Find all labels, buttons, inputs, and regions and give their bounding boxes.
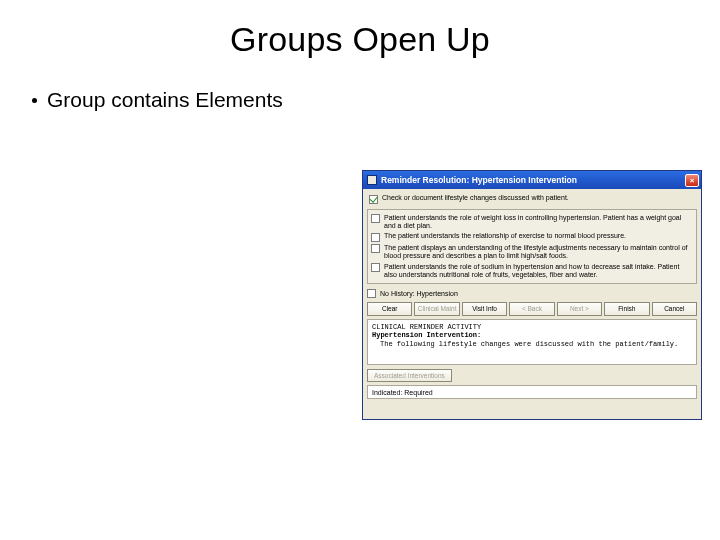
- nohistory-checkbox-row[interactable]: No History: Hypertension: [367, 288, 697, 298]
- top-checkbox-row[interactable]: Check or document lifestyle changes disc…: [367, 191, 697, 206]
- nohistory-checkbox[interactable]: [367, 289, 376, 298]
- note-body: The following lifestyle changes were dis…: [372, 340, 692, 348]
- group-item-label: The patient displays an understanding of…: [384, 244, 693, 261]
- top-checkbox-label: Check or document lifestyle changes disc…: [382, 194, 569, 201]
- back-button[interactable]: < Back: [509, 302, 554, 316]
- close-button[interactable]: ×: [685, 174, 699, 187]
- bullet-text: Group contains Elements: [47, 87, 283, 113]
- indicated-field: Indicated: Required: [367, 385, 697, 399]
- note-box: CLINICAL REMINDER ACTIVITY Hypertension …: [367, 319, 697, 365]
- bullet-dot-icon: [32, 98, 37, 103]
- group-item[interactable]: Patient understands the role of weight l…: [371, 213, 693, 232]
- group-item[interactable]: The patient understands the relationship…: [371, 231, 693, 243]
- finish-button[interactable]: Finish: [604, 302, 649, 316]
- group-item-label: Patient understands the role of weight l…: [384, 214, 693, 231]
- bullet-item: Group contains Elements: [32, 87, 332, 113]
- clinical-maint-button[interactable]: Clinical Maint: [414, 302, 459, 316]
- group-item-label: The patient understands the relationship…: [384, 232, 626, 240]
- cancel-button[interactable]: Cancel: [652, 302, 697, 316]
- group-checkbox[interactable]: [371, 214, 380, 223]
- slide-title: Groups Open Up: [0, 20, 720, 59]
- visit-info-button[interactable]: Visit Info: [462, 302, 507, 316]
- next-button[interactable]: Next >: [557, 302, 602, 316]
- note-header: CLINICAL REMINDER ACTIVITY: [372, 323, 692, 331]
- nohistory-label: No History: Hypertension: [380, 290, 458, 297]
- app-icon: [367, 175, 377, 185]
- associated-interventions-button[interactable]: Associated Interventions: [367, 369, 452, 382]
- group-item-label: Patient understands the role of sodium i…: [384, 263, 693, 280]
- dialog-body: Check or document lifestyle changes disc…: [363, 189, 701, 403]
- group-checkbox[interactable]: [371, 244, 380, 253]
- group-item[interactable]: The patient displays an understanding of…: [371, 243, 693, 262]
- reminder-dialog: Reminder Resolution: Hypertension Interv…: [362, 170, 702, 420]
- group-box: Patient understands the role of weight l…: [367, 209, 697, 285]
- titlebar: Reminder Resolution: Hypertension Interv…: [363, 171, 701, 189]
- top-checkbox[interactable]: [369, 195, 378, 204]
- group-checkbox[interactable]: [371, 233, 380, 242]
- note-title: Hypertension Intervention:: [372, 331, 692, 339]
- group-item[interactable]: Patient understands the role of sodium i…: [371, 262, 693, 281]
- clear-button[interactable]: Clear: [367, 302, 412, 316]
- button-row: Clear Clinical Maint Visit Info < Back N…: [367, 302, 697, 316]
- dialog-title: Reminder Resolution: Hypertension Interv…: [381, 175, 685, 185]
- group-checkbox[interactable]: [371, 263, 380, 272]
